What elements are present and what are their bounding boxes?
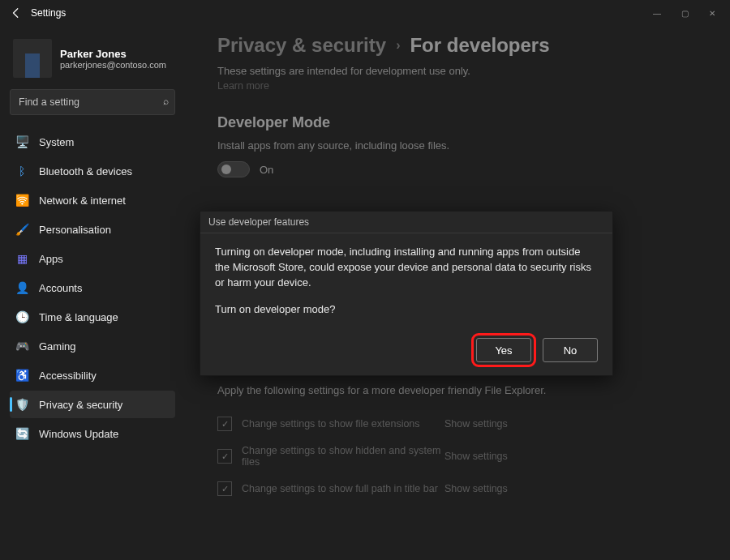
person-icon: 👤 [15,280,29,295]
window-controls: ― ▢ ✕ [651,9,724,18]
dialog-actions: Yes No [200,331,612,375]
nav-label: Windows Update [39,428,118,440]
fileexp-row-label: Change settings to show file extensions [242,418,444,430]
accessibility-icon: ♿ [15,368,29,383]
nav-label: Network & internet [39,195,126,207]
nav-accessibility[interactable]: ♿Accessibility [10,361,175,389]
minimize-button[interactable]: ― [651,9,663,18]
toggle-state-label: On [260,164,273,176]
bluetooth-icon: ᛒ [15,164,29,178]
nav-label: Personalisation [39,224,111,236]
app-title: Settings [31,7,66,19]
apps-icon: ▦ [15,251,29,266]
nav-label: Privacy & security [39,399,122,411]
update-icon: 🔄 [15,426,29,441]
search-icon: ⌕ [163,96,169,107]
show-settings-link[interactable]: Show settings [444,483,508,494]
page-description: These settings are intended for developm… [217,65,711,77]
nav-system[interactable]: 🖥️System [10,128,175,156]
maximize-button[interactable]: ▢ [678,9,691,18]
nav-label: Accounts [39,282,82,294]
developer-mode-toggle[interactable] [217,161,250,177]
nav-accounts[interactable]: 👤Accounts [10,274,175,301]
search-input[interactable] [10,89,175,115]
nav-list: 🖥️System ᛒBluetooth & devices 🛜Network &… [10,128,175,447]
user-email: parkerjones@contoso.com [60,60,166,70]
checkbox[interactable]: ✓ [217,417,232,431]
file-explorer-sub: Apply the following settings for a more … [217,384,711,396]
show-settings-link[interactable]: Show settings [444,451,508,462]
show-settings-link[interactable]: Show settings [444,418,508,430]
checkbox[interactable]: ✓ [217,481,232,496]
nav-label: Time & language [39,311,118,323]
search-wrap: ⌕ [10,89,175,115]
avatar [13,39,52,78]
fileexp-row: ✓ Change settings to show file extension… [217,408,711,440]
back-button[interactable] [6,3,26,23]
nav-label: Accessibility [39,370,97,382]
nav-apps[interactable]: ▦Apps [10,245,175,272]
user-card[interactable]: Parker Jones parkerjones@contoso.com [10,32,175,89]
chevron-right-icon: › [396,38,400,53]
nav-gaming[interactable]: 🎮Gaming [10,332,175,360]
nav-label: Gaming [39,340,76,353]
dialog-title: Use developer features [200,212,612,233]
nav-label: System [39,136,74,148]
fileexp-row: ✓ Change settings to show full path in t… [217,472,711,505]
breadcrumb-current: For developers [410,34,549,57]
close-button[interactable]: ✕ [706,9,719,18]
nav-windows-update[interactable]: 🔄Windows Update [10,420,175,447]
display-icon: 🖥️ [15,135,29,149]
nav-network[interactable]: 🛜Network & internet [10,186,175,214]
nav-privacy-security[interactable]: 🛡️Privacy & security [10,391,175,418]
no-button[interactable]: No [543,338,598,362]
nav-label: Bluetooth & devices [39,165,132,177]
developer-mode-heading: Developer Mode [217,114,711,131]
fileexp-row: ✓ Change settings to show hidden and sys… [217,440,711,472]
nav-time-language[interactable]: 🕒Time & language [10,303,175,331]
fileexp-row-label: Change settings to show full path in tit… [242,483,444,494]
checkbox[interactable]: ✓ [217,449,232,464]
dialog-body-text: Turning on developer mode, including ins… [215,245,598,291]
gamepad-icon: 🎮 [15,339,29,353]
nav-personalisation[interactable]: 🖌️Personalisation [10,216,175,243]
brush-icon: 🖌️ [15,222,29,237]
developer-mode-sub: Install apps from any source, including … [217,139,711,152]
breadcrumb: Privacy & security › For developers [217,34,711,57]
breadcrumb-parent[interactable]: Privacy & security [217,34,386,57]
clock-icon: 🕒 [15,310,29,324]
shield-icon: 🛡️ [15,397,29,412]
developer-features-dialog: Use developer features Turning on develo… [200,211,613,376]
titlebar: Settings ― ▢ ✕ [0,0,730,26]
fileexp-row-label: Change settings to show hidden and syste… [242,445,444,468]
yes-button[interactable]: Yes [476,338,531,362]
sidebar: Parker Jones parkerjones@contoso.com ⌕ 🖥… [0,26,185,560]
learn-more-link[interactable]: Learn more [217,80,711,92]
nav-bluetooth[interactable]: ᛒBluetooth & devices [10,157,175,185]
user-name: Parker Jones [60,48,166,60]
nav-label: Apps [39,253,63,265]
dialog-question: Turn on developer mode? [215,302,598,318]
arrow-left-icon [11,7,22,19]
wifi-icon: 🛜 [15,193,29,207]
